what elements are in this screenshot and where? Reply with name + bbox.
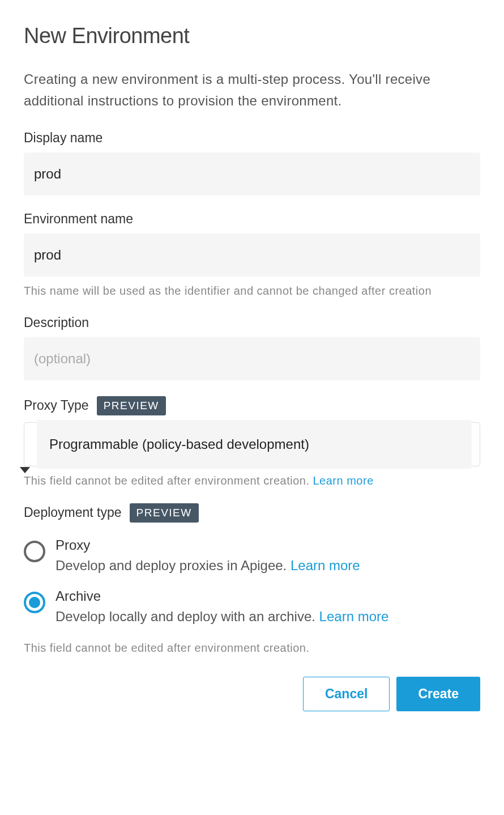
proxy-type-learn-more-link[interactable]: Learn more <box>313 474 374 487</box>
intro-text: Creating a new environment is a multi-st… <box>24 69 480 112</box>
proxy-type-label: Proxy Type <box>24 398 89 413</box>
deployment-type-label: Deployment type <box>24 505 122 520</box>
radio-proxy-desc-row: Develop and deploy proxies in Apigee. Le… <box>55 555 480 576</box>
radio-archive-learn-more-link[interactable]: Learn more <box>319 609 389 624</box>
deployment-option-proxy: Proxy Develop and deploy proxies in Apig… <box>24 537 480 576</box>
radio-proxy[interactable] <box>24 541 45 562</box>
radio-proxy-title: Proxy <box>55 537 480 553</box>
radio-archive-title: Archive <box>55 588 480 604</box>
radio-proxy-desc: Develop and deploy proxies in Apigee. <box>55 558 291 573</box>
radio-archive-content: Archive Develop locally and deploy with … <box>55 588 480 627</box>
proxy-type-badge: PREVIEW <box>97 396 166 415</box>
proxy-type-label-row: Proxy Type PREVIEW <box>24 396 480 415</box>
radio-archive[interactable] <box>24 592 45 613</box>
deployment-type-badge: PREVIEW <box>130 503 199 523</box>
radio-proxy-learn-more-link[interactable]: Learn more <box>291 558 360 573</box>
display-name-label: Display name <box>24 130 480 146</box>
proxy-type-select[interactable]: Programmable (policy-based development) <box>24 422 480 466</box>
display-name-input[interactable] <box>24 152 480 196</box>
proxy-type-helper-row: This field cannot be edited after enviro… <box>24 474 480 487</box>
proxy-type-helper: This field cannot be edited after enviro… <box>24 474 313 487</box>
create-button[interactable]: Create <box>396 677 480 711</box>
button-row: Cancel Create <box>24 677 480 711</box>
proxy-type-group: Proxy Type PREVIEW Programmable (policy-… <box>24 396 480 487</box>
display-name-group: Display name <box>24 130 480 196</box>
env-name-label: Environment name <box>24 211 480 227</box>
deployment-type-label-row: Deployment type PREVIEW <box>24 503 480 523</box>
description-group: Description <box>24 315 480 380</box>
cancel-button[interactable]: Cancel <box>303 677 390 711</box>
deployment-option-archive: Archive Develop locally and deploy with … <box>24 588 480 627</box>
page-title: New Environment <box>24 24 480 48</box>
radio-archive-desc-row: Develop locally and deploy with an archi… <box>55 606 480 627</box>
proxy-type-selected-value: Programmable (policy-based development) <box>37 420 472 469</box>
env-name-helper: This name will be used as the identifier… <box>24 282 480 299</box>
caret-down-icon <box>20 467 30 473</box>
description-input[interactable] <box>24 337 480 380</box>
env-name-group: Environment name This name will be used … <box>24 211 480 299</box>
radio-proxy-content: Proxy Develop and deploy proxies in Apig… <box>55 537 480 576</box>
env-name-input[interactable] <box>24 234 480 277</box>
radio-archive-desc: Develop locally and deploy with an archi… <box>55 609 319 624</box>
proxy-type-select-wrapper: Programmable (policy-based development) <box>24 422 480 466</box>
deployment-type-group: Deployment type PREVIEW Proxy Develop an… <box>24 503 480 656</box>
deployment-type-helper: This field cannot be edited after enviro… <box>24 639 480 656</box>
description-label: Description <box>24 315 480 330</box>
deployment-radio-group: Proxy Develop and deploy proxies in Apig… <box>24 537 480 627</box>
